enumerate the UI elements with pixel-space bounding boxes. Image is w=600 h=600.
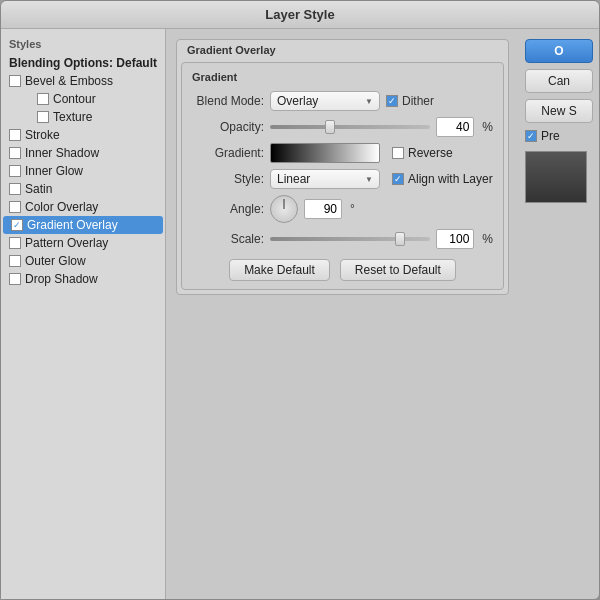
scale-row: Scale: % xyxy=(192,229,493,249)
blend-mode-value: Overlay xyxy=(277,94,318,108)
angle-input[interactable] xyxy=(304,199,342,219)
gradient-overlay-panel-title: Gradient Overlay xyxy=(177,40,508,58)
style-value: Linear xyxy=(277,172,310,186)
sidebar-header: Styles xyxy=(1,35,165,54)
opacity-slider-thumb[interactable] xyxy=(325,120,335,134)
blending-options-label: Blending Options: Default xyxy=(9,56,157,70)
ok-label: O xyxy=(554,44,563,58)
sidebar-item-contour[interactable]: Contour xyxy=(1,90,165,108)
dial-indicator xyxy=(284,199,285,209)
drop-shadow-label: Drop Shadow xyxy=(25,272,98,286)
gradient-section: Gradient Blend Mode: Overlay ▼ ✓ Dither xyxy=(181,62,504,290)
dither-checkbox[interactable]: ✓ xyxy=(386,95,398,107)
new-style-button[interactable]: New S xyxy=(525,99,593,123)
preview-box xyxy=(525,151,587,203)
scale-slider-track xyxy=(270,237,430,241)
preview-label: Pre xyxy=(541,129,560,143)
gradient-row: Gradient: Reverse xyxy=(192,143,493,163)
style-label: Style: xyxy=(192,172,264,186)
inner-glow-checkbox[interactable] xyxy=(9,165,21,177)
sidebar-item-pattern-overlay[interactable]: Pattern Overlay xyxy=(1,234,165,252)
blend-mode-label: Blend Mode: xyxy=(192,94,264,108)
opacity-input[interactable] xyxy=(436,117,474,137)
gradient-overlay-checkbox[interactable]: ✓ xyxy=(11,219,23,231)
reset-to-default-button[interactable]: Reset to Default xyxy=(340,259,456,281)
cancel-label: Can xyxy=(548,74,570,88)
new-style-label: New S xyxy=(541,104,576,118)
align-layer-checkbox[interactable]: ✓ xyxy=(392,173,404,185)
blend-mode-row: Blend Mode: Overlay ▼ ✓ Dither xyxy=(192,91,493,111)
pattern-overlay-label: Pattern Overlay xyxy=(25,236,108,250)
sidebar-item-bevel-emboss[interactable]: Bevel & Emboss xyxy=(1,72,165,90)
drop-shadow-checkbox[interactable] xyxy=(9,273,21,285)
inner-shadow-label: Inner Shadow xyxy=(25,146,99,160)
stroke-label: Stroke xyxy=(25,128,60,142)
sidebar-item-inner-shadow[interactable]: Inner Shadow xyxy=(1,144,165,162)
sidebar: Styles Blending Options: Default Bevel &… xyxy=(1,29,166,599)
contour-checkbox[interactable] xyxy=(37,93,49,105)
gradient-overlay-label: Gradient Overlay xyxy=(27,218,118,232)
bevel-emboss-label: Bevel & Emboss xyxy=(25,74,113,88)
angle-dial[interactable] xyxy=(270,195,298,223)
opacity-slider-container[interactable] xyxy=(270,120,430,134)
contour-label: Contour xyxy=(53,92,96,106)
window-body: Styles Blending Options: Default Bevel &… xyxy=(1,29,599,599)
preview-row: ✓ Pre xyxy=(525,129,593,143)
cancel-button[interactable]: Can xyxy=(525,69,593,93)
sidebar-item-inner-glow[interactable]: Inner Glow xyxy=(1,162,165,180)
main-content: Gradient Overlay Gradient Blend Mode: Ov… xyxy=(166,29,519,599)
angle-unit: ° xyxy=(350,202,355,216)
sidebar-item-drop-shadow[interactable]: Drop Shadow xyxy=(1,270,165,288)
texture-label: Texture xyxy=(53,110,92,124)
ok-button[interactable]: O xyxy=(525,39,593,63)
style-select[interactable]: Linear ▼ xyxy=(270,169,380,189)
texture-checkbox[interactable] xyxy=(37,111,49,123)
sidebar-item-satin[interactable]: Satin xyxy=(1,180,165,198)
opacity-label: Opacity: xyxy=(192,120,264,134)
stroke-checkbox[interactable] xyxy=(9,129,21,141)
reverse-checkbox[interactable] xyxy=(392,147,404,159)
gradient-swatch[interactable] xyxy=(270,143,380,163)
gradient-overlay-panel: Gradient Overlay Gradient Blend Mode: Ov… xyxy=(176,39,509,295)
scale-slider-thumb[interactable] xyxy=(395,232,405,246)
layer-style-window: Layer Style Styles Blending Options: Def… xyxy=(0,0,600,600)
angle-row: Angle: ° xyxy=(192,195,493,223)
dither-text: Dither xyxy=(402,94,434,108)
style-row: Style: Linear ▼ ✓ Align with Layer xyxy=(192,169,493,189)
dither-label[interactable]: ✓ Dither xyxy=(386,94,434,108)
sidebar-item-gradient-overlay[interactable]: ✓ Gradient Overlay xyxy=(3,216,163,234)
outer-glow-checkbox[interactable] xyxy=(9,255,21,267)
opacity-slider-track xyxy=(270,125,430,129)
sidebar-item-texture[interactable]: Texture xyxy=(1,108,165,126)
style-arrow: ▼ xyxy=(365,175,373,184)
blend-mode-arrow: ▼ xyxy=(365,97,373,106)
inner-shadow-checkbox[interactable] xyxy=(9,147,21,159)
window-title: Layer Style xyxy=(265,7,334,22)
bevel-emboss-checkbox[interactable] xyxy=(9,75,21,87)
scale-label: Scale: xyxy=(192,232,264,246)
sidebar-item-stroke[interactable]: Stroke xyxy=(1,126,165,144)
buttons-row: Make Default Reset to Default xyxy=(192,259,493,281)
title-bar: Layer Style xyxy=(1,1,599,29)
sidebar-item-blending-options[interactable]: Blending Options: Default xyxy=(1,54,165,72)
color-overlay-checkbox[interactable] xyxy=(9,201,21,213)
right-panel: O Can New S ✓ Pre xyxy=(519,29,599,599)
make-default-button[interactable]: Make Default xyxy=(229,259,330,281)
inner-glow-label: Inner Glow xyxy=(25,164,83,178)
opacity-row: Opacity: % xyxy=(192,117,493,137)
angle-label: Angle: xyxy=(192,202,264,216)
align-layer-label: Align with Layer xyxy=(408,172,493,186)
satin-label: Satin xyxy=(25,182,52,196)
color-overlay-label: Color Overlay xyxy=(25,200,98,214)
blend-mode-select[interactable]: Overlay ▼ xyxy=(270,91,380,111)
preview-checkbox[interactable]: ✓ xyxy=(525,130,537,142)
gradient-swatch-label: Gradient: xyxy=(192,146,264,160)
sidebar-item-color-overlay[interactable]: Color Overlay xyxy=(1,198,165,216)
scale-slider-container[interactable] xyxy=(270,232,430,246)
gradient-section-title: Gradient xyxy=(192,71,493,83)
angle-control: ° xyxy=(270,195,355,223)
pattern-overlay-checkbox[interactable] xyxy=(9,237,21,249)
scale-input[interactable] xyxy=(436,229,474,249)
sidebar-item-outer-glow[interactable]: Outer Glow xyxy=(1,252,165,270)
satin-checkbox[interactable] xyxy=(9,183,21,195)
